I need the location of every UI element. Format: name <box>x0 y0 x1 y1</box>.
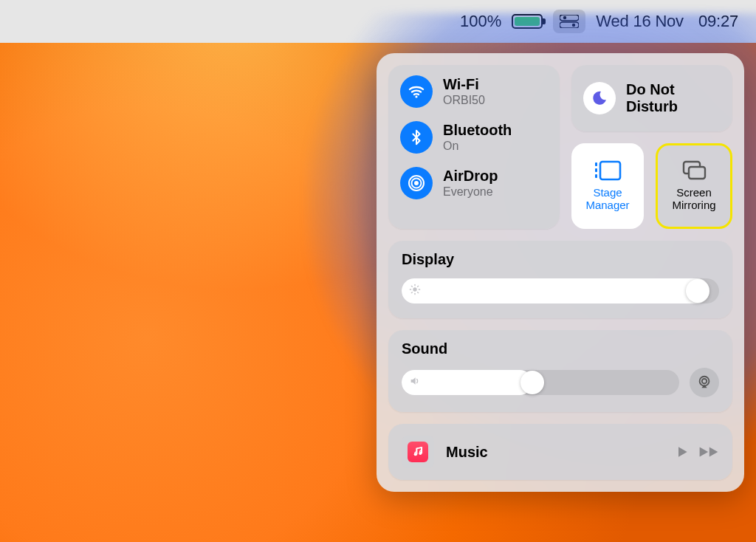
wifi-subtitle: ORBI50 <box>443 94 485 107</box>
svg-point-5 <box>414 181 419 185</box>
airdrop-icon <box>400 167 433 199</box>
next-track-icon[interactable] <box>698 445 719 459</box>
sound-slider[interactable] <box>402 370 679 395</box>
svg-rect-8 <box>595 162 597 166</box>
volume-icon <box>409 375 421 390</box>
svg-rect-10 <box>595 174 597 178</box>
stage-manager-icon <box>593 159 622 182</box>
svg-line-19 <box>411 286 412 287</box>
airplay-icon <box>696 374 712 391</box>
screen-mirroring-label: Screen Mirroring <box>672 186 715 212</box>
control-center-panel: Wi-Fi ORBI50 Bluetooth On <box>377 53 744 492</box>
sound-slider-thumb[interactable] <box>520 371 544 394</box>
focus-tile[interactable]: Do Not Disturb <box>571 65 732 131</box>
svg-point-24 <box>702 379 707 383</box>
svg-point-14 <box>413 287 416 291</box>
wifi-title: Wi-Fi <box>443 76 485 93</box>
music-controls <box>675 445 719 459</box>
cc-right-column: Do Not Disturb Stage Manager <box>571 65 732 229</box>
svg-point-4 <box>415 95 417 97</box>
display-tile: Display <box>388 241 732 318</box>
sound-title: Sound <box>402 340 719 357</box>
stage-manager-label: Stage Manager <box>585 186 629 212</box>
connectivity-tile: Wi-Fi ORBI50 Bluetooth On <box>388 65 560 229</box>
stage-manager-tile[interactable]: Stage Manager <box>571 143 644 229</box>
svg-line-21 <box>411 292 412 293</box>
svg-line-20 <box>418 292 419 293</box>
music-app-icon <box>408 442 428 462</box>
svg-rect-9 <box>595 168 597 172</box>
display-slider-fill <box>402 278 709 303</box>
moon-icon <box>583 82 616 114</box>
svg-rect-11 <box>600 162 620 179</box>
wifi-icon <box>400 75 433 108</box>
svg-line-22 <box>418 286 419 287</box>
brightness-icon <box>409 284 421 298</box>
airdrop-text: AirDrop Everyone <box>443 168 498 199</box>
now-playing-title: Music <box>446 444 663 461</box>
bluetooth-icon <box>400 121 433 154</box>
now-playing-tile[interactable]: Music <box>388 424 732 480</box>
focus-title: Do Not Disturb <box>626 81 721 115</box>
svg-rect-13 <box>689 167 705 179</box>
sound-tile: Sound <box>388 330 732 412</box>
bluetooth-subtitle: On <box>443 140 512 153</box>
cc-top-row: Wi-Fi ORBI50 Bluetooth On <box>388 65 732 229</box>
airdrop-subtitle: Everyone <box>443 185 498 199</box>
bluetooth-toggle[interactable]: Bluetooth On <box>400 121 548 154</box>
svg-point-23 <box>700 377 709 386</box>
screen-mirroring-icon <box>679 159 709 182</box>
display-title: Display <box>402 251 719 268</box>
screen-mirroring-tile[interactable]: Screen Mirroring <box>656 143 732 229</box>
airplay-audio-button[interactable] <box>690 368 719 397</box>
wifi-toggle[interactable]: Wi-Fi ORBI50 <box>400 75 548 108</box>
display-slider-thumb[interactable] <box>686 279 709 303</box>
wifi-text: Wi-Fi ORBI50 <box>443 76 485 107</box>
bluetooth-title: Bluetooth <box>443 122 512 139</box>
display-slider[interactable] <box>402 278 719 303</box>
play-icon[interactable] <box>675 445 690 459</box>
music-artwork <box>402 436 434 468</box>
bluetooth-text: Bluetooth On <box>443 122 512 153</box>
airdrop-title: AirDrop <box>443 168 498 185</box>
mini-tiles-row: Stage Manager Screen Mirroring <box>571 143 732 229</box>
sound-slider-fill <box>402 370 532 395</box>
airdrop-toggle[interactable]: AirDrop Everyone <box>400 167 548 199</box>
